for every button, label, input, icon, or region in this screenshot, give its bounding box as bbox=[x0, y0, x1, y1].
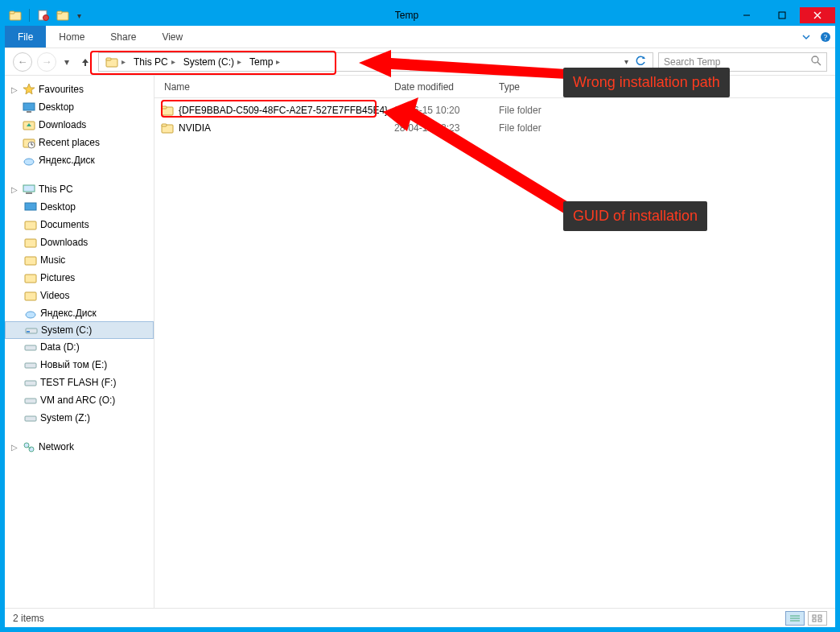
tree-label: Desktop bbox=[39, 101, 74, 113]
tree-item[interactable]: VM and ARC (O:) bbox=[5, 391, 154, 409]
svg-rect-28 bbox=[26, 192, 32, 194]
tree-label: Documents bbox=[40, 219, 89, 230]
column-date[interactable]: Date modified bbox=[394, 81, 499, 93]
svg-line-16 bbox=[817, 62, 821, 65]
breadcrumb-root-icon[interactable]: ▸ bbox=[102, 53, 129, 71]
tree-item[interactable]: Videos bbox=[5, 287, 154, 304]
qat-dropdown-icon[interactable]: ▾ bbox=[73, 6, 84, 24]
tree-item[interactable]: Downloads bbox=[5, 233, 154, 251]
tree-item-desktop[interactable]: Desktop bbox=[5, 98, 154, 116]
drive-icon bbox=[24, 411, 37, 424]
tree-item-downloads[interactable]: Downloads bbox=[5, 116, 154, 134]
navigation-pane: ▷ Favourites Desktop Downloads Recent pl… bbox=[5, 76, 154, 608]
tree-item[interactable]: Новый том (E:) bbox=[5, 356, 154, 374]
downloads-icon bbox=[24, 236, 37, 249]
svg-rect-34 bbox=[25, 292, 36, 300]
svg-point-26 bbox=[24, 159, 34, 165]
address-dropdown-icon[interactable]: ▾ bbox=[624, 57, 628, 66]
svg-rect-56 bbox=[818, 619, 821, 622]
view-icons-button[interactable] bbox=[808, 611, 827, 626]
recent-icon bbox=[23, 136, 35, 149]
new-folder-icon[interactable] bbox=[54, 6, 72, 24]
tree-item[interactable]: Data (D:) bbox=[5, 338, 154, 356]
videos-icon bbox=[24, 289, 37, 302]
twisty-icon[interactable]: ▷ bbox=[10, 85, 19, 94]
tree-item[interactable]: Music bbox=[5, 251, 154, 269]
tree-item[interactable]: Яндекс.Диск bbox=[5, 304, 154, 322]
breadcrumb-item[interactable]: System (C:)▸ bbox=[180, 53, 245, 71]
back-button[interactable]: ← bbox=[13, 52, 32, 72]
tree-network[interactable]: ▷ Network bbox=[5, 438, 154, 456]
tree-item[interactable]: System (Z:) bbox=[5, 409, 154, 427]
ribbon: File Home Share View ? bbox=[5, 26, 835, 48]
history-dropdown-icon[interactable]: ▾ bbox=[61, 56, 72, 68]
svg-text:?: ? bbox=[824, 33, 828, 42]
window-title: Temp bbox=[84, 10, 729, 21]
svg-rect-49 bbox=[162, 124, 167, 126]
maximize-button[interactable] bbox=[764, 7, 800, 23]
view-details-button[interactable] bbox=[785, 611, 805, 626]
search-input[interactable]: Search Temp bbox=[658, 52, 827, 72]
svg-point-15 bbox=[812, 56, 818, 63]
tab-view[interactable]: View bbox=[149, 26, 196, 48]
svg-point-35 bbox=[26, 312, 35, 318]
search-placeholder: Search Temp bbox=[664, 56, 720, 68]
breadcrumb-label: Temp bbox=[249, 56, 273, 68]
close-button[interactable] bbox=[800, 7, 835, 23]
expand-ribbon-icon[interactable] bbox=[797, 26, 816, 48]
file-tab[interactable]: File bbox=[5, 26, 46, 48]
breadcrumb-item[interactable]: This PC▸ bbox=[130, 53, 179, 71]
file-row[interactable]: {DFE9BBAD-C509-48FC-A2E7-527E7FFB45E4} 0… bbox=[154, 101, 835, 119]
tree-label: Favourites bbox=[39, 84, 84, 95]
svg-marker-17 bbox=[23, 84, 35, 94]
tree-item[interactable]: Pictures bbox=[5, 269, 154, 287]
drive-icon bbox=[24, 358, 37, 371]
breadcrumb-label: This PC bbox=[134, 56, 168, 68]
tree-item-system-c[interactable]: System (C:) bbox=[5, 321, 154, 339]
tree-item[interactable]: Documents bbox=[5, 216, 154, 233]
column-headers: Name Date modified Type bbox=[154, 76, 835, 98]
file-row[interactable]: NVIDIA 28-04-15 13:23 File folder bbox=[154, 119, 835, 137]
twisty-icon[interactable]: ▷ bbox=[10, 185, 19, 194]
star-icon bbox=[23, 83, 35, 96]
tree-label: Data (D:) bbox=[40, 341, 80, 353]
tab-share[interactable]: Share bbox=[97, 26, 149, 48]
folder-icon bbox=[161, 122, 174, 134]
svg-point-3 bbox=[43, 15, 49, 21]
tree-favourites[interactable]: ▷ Favourites bbox=[5, 81, 154, 98]
svg-rect-5 bbox=[57, 11, 62, 14]
tree-label: Downloads bbox=[40, 237, 88, 248]
tree-label: TEST FLASH (F:) bbox=[40, 377, 116, 388]
file-date: 02-06-15 10:20 bbox=[394, 105, 499, 116]
svg-rect-27 bbox=[23, 185, 35, 192]
tree-item-recent[interactable]: Recent places bbox=[5, 134, 154, 151]
address-bar[interactable]: ▸ This PC▸ System (C:)▸ Temp▸ ▾ bbox=[98, 52, 653, 72]
title-bar: ▾ Temp bbox=[5, 5, 835, 26]
twisty-icon[interactable]: ▷ bbox=[10, 443, 19, 452]
tree-label: Новый том (E:) bbox=[40, 359, 107, 370]
tree-item-yandex[interactable]: Яндекс.Диск bbox=[5, 151, 154, 169]
forward-button[interactable]: → bbox=[37, 52, 56, 72]
column-type[interactable]: Type bbox=[499, 81, 595, 93]
up-button[interactable] bbox=[77, 54, 93, 70]
computer-icon bbox=[23, 183, 35, 196]
properties-icon[interactable] bbox=[35, 6, 52, 24]
tree-label: Music bbox=[40, 254, 65, 266]
help-icon[interactable]: ? bbox=[816, 26, 835, 48]
refresh-icon[interactable] bbox=[635, 56, 646, 68]
tab-home[interactable]: Home bbox=[46, 26, 97, 48]
svg-rect-39 bbox=[25, 363, 36, 368]
music-icon bbox=[24, 254, 37, 266]
minimize-button[interactable] bbox=[729, 7, 764, 23]
svg-rect-19 bbox=[27, 111, 31, 113]
search-icon[interactable] bbox=[810, 55, 821, 68]
column-name[interactable]: Name bbox=[161, 81, 394, 93]
tree-item[interactable]: Desktop bbox=[5, 198, 154, 216]
svg-rect-29 bbox=[25, 203, 36, 210]
breadcrumb-item[interactable]: Temp▸ bbox=[246, 53, 283, 71]
tree-label: VM and ARC (O:) bbox=[40, 394, 115, 406]
tree-thispc[interactable]: ▷ This PC bbox=[5, 180, 154, 198]
file-date: 28-04-15 13:23 bbox=[394, 122, 499, 134]
downloads-icon bbox=[23, 118, 35, 131]
tree-item[interactable]: TEST FLASH (F:) bbox=[5, 374, 154, 391]
